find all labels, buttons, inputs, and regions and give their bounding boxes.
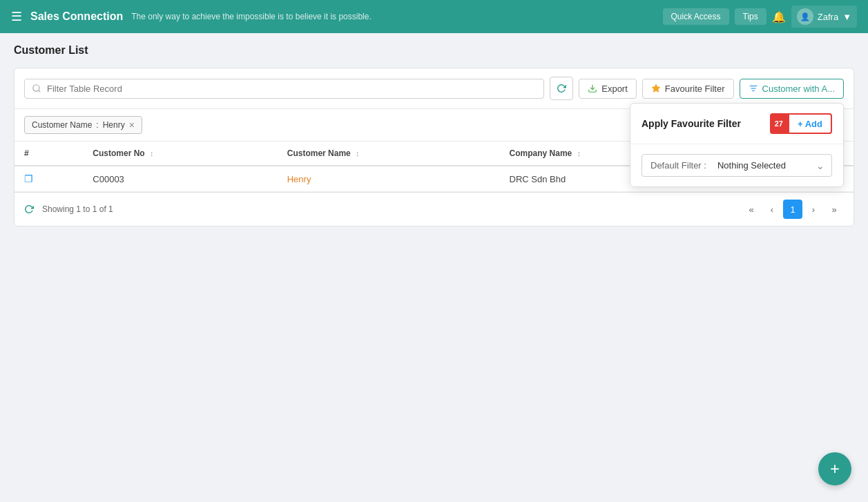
chevron-down-icon: ⌄ [816,160,831,171]
search-box[interactable] [24,79,544,99]
row-link-icon[interactable]: ❐ [24,173,33,184]
chevron-down-icon: ▼ [842,12,851,22]
filter-tag-separator: : [96,120,98,130]
favourite-filter-button[interactable]: Favourite Filter [642,79,734,99]
avatar: 👤 [797,8,813,25]
user-menu[interactable]: 👤 Zafra ▼ [791,6,857,28]
fav-panel-header: Apply Favourite Filter 27 + Add [630,104,843,144]
pagination-showing: Showing 1 to 1 of 1 [42,204,737,214]
page-1-button[interactable]: 1 [783,200,802,219]
page-first-button[interactable]: « [742,200,761,219]
default-filter-row: Default Filter : Nothing Selected ⌄ [642,154,832,177]
fav-panel-body: Default Filter : Nothing Selected ⌄ [630,144,843,186]
topnav: ☰ Sales Connection The only way to achie… [0,0,868,33]
page-content: Customer List Export [0,33,868,238]
add-fav-filter-button[interactable]: + Add [788,113,832,134]
tips-button[interactable]: Tips [735,8,766,25]
sort-icon-company-name[interactable]: ↕ [577,149,581,157]
pagination-bar: Showing 1 to 1 of 1 « ‹ 1 › » [15,192,853,226]
cell-customer-name: Henry [278,166,500,192]
sort-icon-customer-no[interactable]: ↕ [150,149,154,157]
page-prev-button[interactable]: ‹ [762,200,782,219]
page-last-button[interactable]: » [824,200,844,219]
pagination-nav: « ‹ 1 › » [742,200,844,219]
col-customer-no: Customer No ↕ [83,142,277,166]
refresh-icon [557,84,566,93]
menu-icon[interactable]: ☰ [11,9,22,24]
filter-tag-close-icon[interactable]: × [129,119,135,131]
customer-filter-button[interactable]: Customer with A... [740,79,844,99]
search-icon [32,84,41,93]
user-name: Zafra [818,12,838,22]
quick-access-button[interactable]: Quick Access [663,8,729,25]
svg-line-1 [39,90,41,93]
default-filter-select[interactable]: Nothing Selected [715,155,816,176]
refresh-button[interactable] [550,77,573,100]
svg-marker-3 [652,84,660,92]
cell-link: ❐ [15,166,83,192]
export-icon [588,84,597,93]
tagline: The only way to achieve the impossible i… [131,12,654,21]
col-hash: # [15,142,83,166]
page-title: Customer List [14,44,854,57]
col-customer-name: Customer Name ↕ [278,142,500,166]
topnav-right: Quick Access Tips 🔔 👤 Zafra ▼ [663,6,857,28]
export-button[interactable]: Export [579,79,637,99]
bell-icon[interactable]: 🔔 [772,10,786,23]
fav-panel-add-area: 27 + Add [770,113,832,134]
pagination-refresh-icon[interactable] [24,204,34,214]
sort-icon-customer-name[interactable]: ↕ [356,149,360,157]
brand-name: Sales Connection [30,10,123,23]
filter-grid-icon [749,84,758,93]
filter-tag-label: Customer Name [32,120,92,130]
filter-tag-customer-name: Customer Name : Henry × [24,116,142,134]
svg-point-0 [33,85,39,91]
fav-filter-panel: Apply Favourite Filter 27 + Add Default … [630,103,844,187]
star-icon [651,84,661,93]
cell-customer-no: C00003 [83,166,277,192]
search-input[interactable] [47,84,537,94]
main-card: Export Favourite Filter Customer with A.… [14,68,854,226]
filter-tag-value: Henry [103,120,125,130]
fav-panel-title: Apply Favourite Filter [642,118,741,129]
fav-count-badge: 27 [770,113,788,134]
page-next-button[interactable]: › [804,200,823,219]
default-filter-label: Default Filter : [642,155,715,176]
